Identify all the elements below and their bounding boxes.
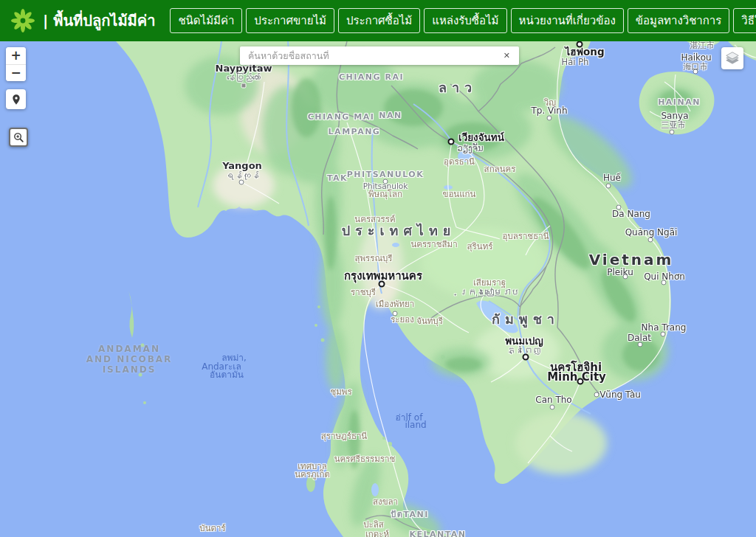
map-label: Andarะเล: [202, 359, 241, 373]
search-input[interactable]: [248, 50, 501, 61]
city-marker: [547, 116, 552, 121]
layers-icon: [724, 50, 740, 66]
map-label: ວຽງຈັນ: [457, 143, 483, 153]
map-label: CHIANG RAI: [339, 72, 404, 82]
city-marker: [623, 274, 628, 280]
map-label: Can Tho: [535, 395, 571, 405]
map-label-gulf-2: iland: [405, 420, 426, 430]
map-label: อุดรธานี: [444, 155, 475, 168]
menu-item-sell-wood[interactable]: ประกาศขายไม้: [246, 8, 334, 33]
map-labels-overlay: ไฮฟong Hải Ph Naypyitaw နေပြည်တော် 湛江市 H…: [0, 41, 756, 537]
map-label-gulf: อ่าlf of: [396, 410, 423, 424]
map-label: ក្រុងសៀមរាប: [460, 287, 520, 297]
top-navbar: | พื้นที่ปลูกไม้มีค่า ชนิดไม้มีค่า ประกา…: [0, 0, 756, 41]
menu-item-how-to-use[interactable]: วิธีใช้งาน: [733, 8, 756, 33]
map-label-hcmc-2: Minh City: [547, 370, 606, 384]
city-marker: [638, 342, 643, 347]
map-label-hcmc: นครโฮจิhi: [550, 358, 602, 376]
city-marker: [239, 180, 244, 185]
map-label: Phitsanulok: [363, 181, 408, 190]
map-label: สุพรรณบุรี: [354, 252, 392, 265]
map-label: นครราชสีมา: [410, 238, 457, 251]
map-label: สงขลา: [373, 495, 398, 508]
my-location-button[interactable]: [6, 89, 26, 109]
map-label: บันดาร์: [199, 522, 225, 535]
map-label: Sanya: [661, 111, 688, 121]
menu-item-academic-info[interactable]: ข้อมูลทางวิชาการ: [628, 8, 730, 33]
map-label: สุรินทร์: [467, 240, 493, 253]
map-canvas[interactable]: ไฮฟong Hải Ph Naypyitaw နေပြည်တော် 湛江市 H…: [0, 41, 756, 537]
map-label: Quảng Ngãi: [625, 227, 678, 238]
menu-item-buy-wood[interactable]: ประกาศซื้อไม้: [338, 8, 420, 33]
map-label: Tp. Vinh: [531, 105, 567, 116]
map-label: TAK: [327, 173, 348, 183]
map-label: Haikou: [681, 52, 711, 63]
city-marker: [693, 69, 698, 75]
app-logo-icon: [9, 6, 37, 35]
map-label: Pleiku: [607, 267, 633, 277]
capital-marker: [448, 139, 455, 145]
zoom-out-button[interactable]: −: [6, 65, 26, 82]
menu-item-wood-buyers[interactable]: แหล่งรับซื้อไม้: [424, 8, 506, 33]
city-marker: [594, 392, 599, 398]
map-label: ขอนแก่น: [443, 187, 476, 201]
menu-item-tree-species[interactable]: ชนิดไม้มีค่า: [170, 8, 242, 33]
search-clear-button[interactable]: ✕: [501, 49, 513, 62]
location-pin-icon: [10, 94, 22, 105]
map-label: จันทบุรี: [416, 314, 443, 328]
zoom-in-button[interactable]: +: [6, 47, 26, 64]
magnifier-plus-icon: [13, 131, 25, 144]
map-label: ရန်ကုန်: [225, 170, 259, 181]
map-label-laos: ลาว: [439, 77, 477, 98]
map-label: นครสวรรค์: [354, 212, 395, 226]
map-label: HAINAN: [658, 97, 701, 107]
map-label: Qui Nhơn: [644, 271, 685, 282]
map-label: เมืองพัทยา: [376, 297, 414, 311]
map-label: เกดะห์: [365, 527, 389, 537]
capital-marker: [577, 41, 583, 48]
map-label: NAN: [379, 111, 402, 120]
map-label: KELANTAN: [409, 530, 466, 537]
map-label: สกลนคร: [484, 162, 516, 176]
map-label-phnom-penh: พนมเปญ: [505, 333, 543, 349]
map-label: ភ្នំពេញ: [507, 345, 541, 356]
city-marker: [550, 405, 555, 410]
menu-item-agencies[interactable]: หน่วยงานที่เกี่ยวข้อง: [511, 8, 624, 33]
main-menu: ชนิดไม้มีค่า ประกาศขายไม้ ประกาศซื้อไม้ …: [170, 8, 756, 33]
map-label: ราชบุรี: [351, 285, 376, 299]
capital-marker: [577, 378, 584, 385]
capital-marker: [379, 281, 385, 288]
map-label: Nha Trang: [642, 322, 687, 333]
map-label: พิษณุโลก: [368, 187, 402, 201]
map-label: Da Nang: [612, 209, 650, 219]
map-label: LAMPANG: [329, 127, 381, 136]
map-label: อุบลราชธานี: [502, 229, 549, 243]
map-label: ปะลิส: [363, 518, 384, 531]
app-title: | พื้นที่ปลูกไม้มีค่า: [43, 9, 155, 32]
map-label: Hải Ph: [562, 57, 589, 67]
city-marker: [662, 280, 667, 285]
capital-marker: [523, 354, 529, 361]
map-label: ปัตTANI: [391, 507, 429, 521]
map-label-cambodia: กัมพูชา: [492, 308, 560, 330]
map-label-vientiane: เวียงจันทน์: [458, 129, 504, 145]
brand[interactable]: | พื้นที่ปลูกไม้มีค่า: [9, 6, 155, 35]
map-label: เทศบาล: [298, 460, 327, 473]
map-label: 三亚市: [662, 119, 686, 131]
map-label: ระยอง: [391, 313, 414, 326]
map-label: เสียมราฐ: [473, 276, 506, 289]
city-marker: [648, 238, 653, 243]
map-label: ชุมพร: [330, 385, 351, 398]
map-label: 海口市: [684, 61, 708, 72]
naypyitaw-marker: [241, 83, 247, 89]
map-label: Vũng Tàu: [599, 389, 641, 400]
map-label: ลพม่า,: [221, 350, 247, 364]
map-label: นครภูเก็ต: [295, 468, 330, 481]
zoom-control: + −: [6, 47, 26, 81]
zoom-to-area-button[interactable]: [9, 128, 28, 147]
map-label: วิญ: [544, 96, 556, 109]
layers-button[interactable]: [721, 47, 743, 69]
map-label-andaman-islands: ANDAMAN AND NICOBAR ISLANDS: [86, 344, 173, 375]
map-label: နေပြည်တော်: [227, 72, 261, 83]
map-label: สุราษฎร์ธานี: [321, 429, 367, 443]
